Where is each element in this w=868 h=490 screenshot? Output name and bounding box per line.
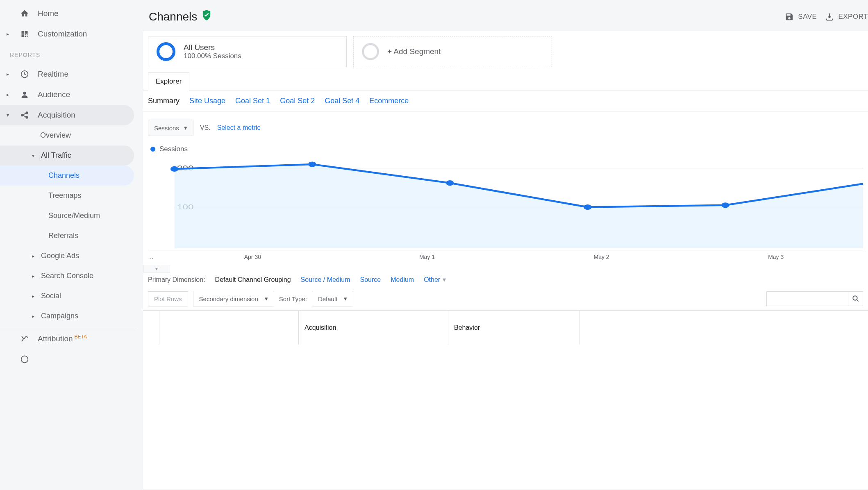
segment-all-users[interactable]: All Users 100.00% Sessions <box>148 36 347 67</box>
nav-all-traffic-label: All Traffic <box>41 151 71 160</box>
nav-social-label: Social <box>41 292 61 300</box>
dimension-other[interactable]: Other ▾ <box>424 276 446 284</box>
segment-title: All Users <box>184 43 241 52</box>
svg-rect-5 <box>25 36 26 37</box>
nav-channels[interactable]: Channels <box>0 166 134 186</box>
save-button[interactable]: SAVE <box>785 12 817 21</box>
nav-home-label: Home <box>38 9 59 18</box>
segment-subtitle: 100.00% Sessions <box>184 52 241 60</box>
nav-realtime[interactable]: ▸ Realtime <box>0 64 137 84</box>
subtab-goal-set-2[interactable]: Goal Set 2 <box>280 97 315 105</box>
nav-audience-label: Audience <box>38 90 70 99</box>
dimension-active[interactable]: Default Channel Grouping <box>215 276 291 284</box>
main-content: Channels SAVE EXPORT <box>137 0 868 490</box>
nav-search-console[interactable]: ▸ Search Console <box>0 266 137 286</box>
x-axis-label: May 1 <box>340 254 514 260</box>
nav-acq-overview[interactable]: Overview <box>0 125 137 145</box>
select-metric-link[interactable]: Select a metric <box>217 124 261 132</box>
sort-type-value: Default <box>318 295 338 302</box>
segment-row: All Users 100.00% Sessions + Add Segment <box>143 31 868 72</box>
header-actions: SAVE EXPORT <box>785 12 868 21</box>
svg-rect-1 <box>25 31 28 34</box>
dimension-medium[interactable]: Medium <box>391 276 414 284</box>
dimension-source[interactable]: Source <box>360 276 381 284</box>
chevron-down-icon: ▾ <box>265 295 268 302</box>
svg-point-19 <box>446 180 454 186</box>
nav-attribution[interactable]: AttributionBETA <box>0 328 137 349</box>
attribution-icon <box>20 334 30 343</box>
caret-icon: ▸ <box>32 313 37 319</box>
segment-circle-placeholder-icon <box>362 43 379 60</box>
nav-acquisition[interactable]: ▾ Acquisition <box>0 105 134 125</box>
nav-treemaps[interactable]: Treemaps <box>0 186 137 206</box>
chevron-down-icon: ▾ <box>443 276 446 284</box>
expand-handle-row: ▾ <box>143 265 868 272</box>
sidebar: Home ▸ Customization REPORTS ▸ Realtime … <box>0 0 137 490</box>
th-acquisition[interactable]: Acquisition <box>299 311 448 345</box>
x-axis-label: Apr 30 <box>166 254 340 260</box>
nav-home[interactable]: Home <box>0 3 137 24</box>
svg-point-22 <box>853 296 857 300</box>
tab-row: Explorer <box>143 72 868 91</box>
svg-rect-6 <box>27 34 28 36</box>
caret-icon: ▸ <box>32 273 37 279</box>
caret-down-icon: ▾ <box>7 112 11 118</box>
subtab-goal-set-1[interactable]: Goal Set 1 <box>235 97 270 105</box>
nav-audience[interactable]: ▸ Audience <box>0 84 137 105</box>
chart-expand-handle[interactable]: ▾ <box>143 265 170 272</box>
subtab-site-usage[interactable]: Site Usage <box>189 97 225 105</box>
dimension-label: Primary Dimension: <box>148 276 205 284</box>
shield-icon <box>202 10 211 23</box>
chevron-down-icon: ▾ <box>155 266 158 272</box>
beta-badge: BETA <box>75 334 87 340</box>
search-input[interactable] <box>766 291 848 306</box>
primary-metric-select[interactable]: Sessions ▾ <box>148 120 193 136</box>
add-segment-button[interactable]: + Add Segment <box>353 36 552 67</box>
search-button[interactable] <box>848 291 863 306</box>
page-title-text: Channels <box>149 10 197 23</box>
nav-campaigns-label: Campaigns <box>41 312 78 320</box>
acquisition-icon <box>20 111 30 120</box>
export-button[interactable]: EXPORT <box>825 12 868 21</box>
table-search <box>766 291 863 306</box>
svg-rect-3 <box>25 34 26 36</box>
sort-type-select[interactable]: Default ▾ <box>312 291 354 306</box>
x-axis-label: May 3 <box>688 254 863 260</box>
dimension-other-label: Other <box>424 276 440 284</box>
svg-point-8 <box>23 92 26 95</box>
svg-point-20 <box>584 204 591 210</box>
th-behavior[interactable]: Behavior <box>448 311 579 345</box>
tab-explorer[interactable]: Explorer <box>148 72 189 91</box>
subtab-goal-set-4[interactable]: Goal Set 4 <box>325 97 359 105</box>
nav-google-ads[interactable]: ▸ Google Ads <box>0 246 137 266</box>
nav-referrals[interactable]: Referrals <box>0 226 137 246</box>
report-panel: All Users 100.00% Sessions + Add Segment… <box>143 31 868 490</box>
nav-source-medium[interactable]: Source/Medium <box>0 206 137 226</box>
person-icon <box>20 90 30 99</box>
reports-label: REPORTS <box>0 44 137 64</box>
chevron-down-icon: ▾ <box>184 124 187 132</box>
svg-rect-2 <box>22 34 25 37</box>
chevron-down-icon: ▾ <box>344 295 347 302</box>
plot-rows-button[interactable]: Plot Rows <box>148 291 188 306</box>
dimension-source-medium[interactable]: Source / Medium <box>301 276 350 284</box>
nav-customization[interactable]: ▸ Customization <box>0 24 137 44</box>
nav-discover[interactable] <box>0 349 137 370</box>
nav-attribution-label: AttributionBETA <box>38 334 87 343</box>
nav-social[interactable]: ▸ Social <box>0 286 137 306</box>
subtab-ecommerce[interactable]: Ecommerce <box>369 97 409 105</box>
nav-campaigns[interactable]: ▸ Campaigns <box>0 306 137 326</box>
secondary-dimension-select[interactable]: Secondary dimension ▾ <box>193 291 274 306</box>
chart-legend: Sessions <box>148 143 863 158</box>
subtab-summary[interactable]: Summary <box>148 97 180 105</box>
sort-type-label: Sort Type: <box>279 295 307 302</box>
export-label: EXPORT <box>838 13 868 21</box>
th-checkbox-col <box>143 311 159 345</box>
nav-all-traffic[interactable]: ▾ All Traffic <box>0 145 134 166</box>
dimension-row: Primary Dimension: Default Channel Group… <box>143 272 868 287</box>
secondary-dimension-label: Secondary dimension <box>199 295 258 302</box>
vs-text: VS. <box>200 124 211 132</box>
svg-point-21 <box>721 202 729 208</box>
table-controls: Plot Rows Secondary dimension ▾ Sort Typ… <box>143 287 868 311</box>
caret-icon: ▸ <box>7 92 11 98</box>
